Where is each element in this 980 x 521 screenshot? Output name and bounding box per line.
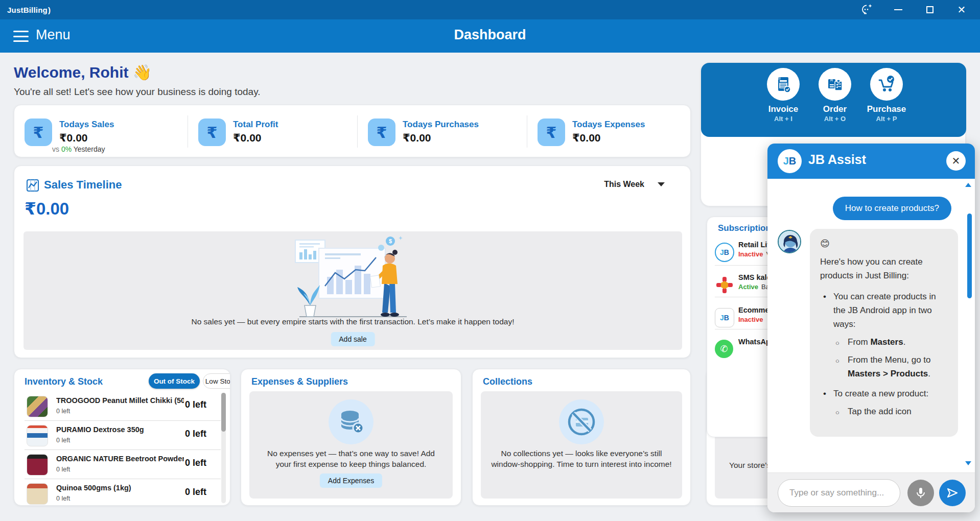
bot-intro: Here's how you can create products in Ju… [820,255,948,282]
invoice-icon [767,68,800,101]
table-row[interactable]: PURAMIO Dextrose 350g 0 left 0 left [25,421,221,450]
microphone-icon [915,487,927,499]
rupee-icon: ₹ [25,119,52,146]
stat-todays-expenses: ₹ Todays Expenses ₹0.00 [527,105,696,158]
maximize-button[interactable] [923,3,937,17]
chat-sparkle-icon [860,3,873,16]
assist-messages: How to create products? 😊 Here's how you… [767,179,975,472]
quick-action-invoice[interactable]: Invoice Alt + I [758,68,809,123]
whatsapp-icon: ✆ [715,340,733,358]
quick-action-purchase[interactable]: Purchase Alt + P [861,68,912,123]
page-title: Dashboard [0,27,980,43]
expenses-empty-panel: No expenses yet — that’s one way to save… [249,391,453,499]
product-name: Quinoa 500gms (1kg) [56,484,184,492]
user-message-bubble: How to create products? [833,197,951,220]
add-sale-button[interactable]: Add sale [331,332,375,346]
sales-amount: ₹0.00 [25,199,69,219]
stat-label: Todays Sales [59,120,114,130]
compare-suffix: Yesterday [74,145,105,153]
product-qty: 0 left [185,487,206,498]
product-name: TROOGOOD Peanut Millet Chikki (50 x 16g) [56,396,184,405]
minimize-button[interactable] [891,3,905,17]
chevron-down-icon [658,182,665,186]
app-logo-cloud: ) [48,6,51,14]
product-image [27,454,48,476]
table-row[interactable]: TROOGOOD Peanut Millet Chikki (50 x 16g)… [25,392,221,421]
expenses-card: Expenses & Suppliers No expenses yet — t… [241,369,461,506]
tab-out-of-stock[interactable]: Out of Stock [149,373,200,389]
bot-sub-bullet: From the Menu, go to Masters > Products. [833,353,948,381]
assist-close-button[interactable]: ✕ [946,151,966,171]
stat-value: ₹0.00 [59,132,87,144]
jb-assist-logo: JB [778,149,802,173]
scrollbar-thumb[interactable] [221,393,226,432]
quick-actions-panel: Invoice Alt + I Order Alt + O [701,63,966,137]
subscription-name: SMS kale [738,273,771,281]
jb-cloud-logo: JB [715,243,734,262]
product-sub: 0 left [56,466,70,473]
product-sub: 0 left [56,437,70,444]
subscription-title: Subscription [718,223,771,233]
bot-emoji: 😊 [820,237,948,251]
microphone-button[interactable] [907,480,934,506]
tab-low-stock[interactable]: Low Stock [203,373,230,389]
scroll-down-arrow[interactable] [965,461,971,465]
product-sub: 0 left [56,495,70,502]
order-icon [819,68,851,101]
stat-value: ₹0.00 [572,132,600,144]
quick-action-label: Invoice [758,104,809,114]
scroll-up-arrow[interactable] [965,183,971,187]
jb-assist-panel: JB JB Assist ✕ How to create products? 😊… [767,144,975,512]
chat-input[interactable] [778,479,900,507]
svg-text:$: $ [388,238,391,244]
welcome-text: Welcome, Rohit [14,64,128,81]
product-image [27,396,48,417]
window-titlebar: JustBilling) ✕ [0,0,980,19]
sales-empty-message: No sales yet — but every empire starts w… [24,317,682,326]
product-qty: 0 left [185,399,206,410]
stat-todays-purchases: ₹ Todays Purchases ₹0.00 [358,105,527,158]
stat-value: ₹0.00 [233,132,261,144]
assist-footer [767,472,975,512]
maximize-icon [926,6,934,13]
inventory-list: TROOGOOD Peanut Millet Chikki (50 x 16g)… [14,392,230,506]
database-x-icon [329,399,374,444]
product-sub: 0 left [56,408,70,415]
table-row[interactable]: ORGANIC NATURE Beetroot Powder 200 gms 0… [25,450,221,479]
collections-title: Collections [483,376,532,387]
bot-sub-bullet: From Masters. [833,335,948,349]
table-row[interactable]: Quinoa 500gms (1kg) 0 left 0 left [25,479,221,506]
close-icon: ✕ [952,155,961,167]
add-expenses-button[interactable]: Add Expenses [320,473,382,488]
inventory-card: Inventory & Stock Out of Stock Low Stock… [14,369,230,506]
close-icon: ✕ [958,5,966,15]
inventory-title: Inventory & Stock [25,376,103,387]
rupee-icon: ₹ [368,119,395,146]
close-button[interactable]: ✕ [954,3,969,17]
stat-todays-sales: ₹ Todays Sales ₹0.00 vs 0% Yesterday [14,105,183,158]
quick-action-label: Purchase [861,104,912,114]
send-button[interactable] [939,480,966,506]
assist-header: JB JB Assist ✕ [767,144,975,179]
sales-illustration: $ [284,234,422,323]
subscription-name: WhatsAp [738,338,771,346]
product-image [27,483,48,505]
open-orders-partial-text: Your store’s [729,461,771,470]
bot-bullet: You can create products in the JB Androi… [820,290,948,381]
stats-card: ₹ Todays Sales ₹0.00 vs 0% Yesterday ₹ T… [14,105,691,157]
product-name: PURAMIO Dextrose 350g [56,425,184,434]
quick-action-order[interactable]: Order Alt + O [809,68,860,123]
collections-empty-message: No collections yet — looks like everyone… [491,448,672,470]
period-dropdown[interactable]: This Week [604,180,665,189]
scrollbar-thumb[interactable] [967,214,972,298]
assist-toggle-icon[interactable] [859,3,874,17]
minimize-icon [894,9,902,10]
expenses-empty-message: No expenses yet — that’s one way to save… [260,448,442,470]
stat-value: ₹0.00 [403,132,431,144]
welcome-subtitle: You're all set! Let's see how your busin… [14,86,261,98]
sales-empty-panel: $ No sales yet — but every empire starts… [24,231,682,350]
rupee-icon: ₹ [538,119,565,146]
bot-message-bubble: 😊 Here's how you can create products in … [810,229,958,437]
product-name: ORGANIC NATURE Beetroot Powder 200 gms [56,455,184,463]
quick-action-shortcut: Alt + I [758,115,809,123]
